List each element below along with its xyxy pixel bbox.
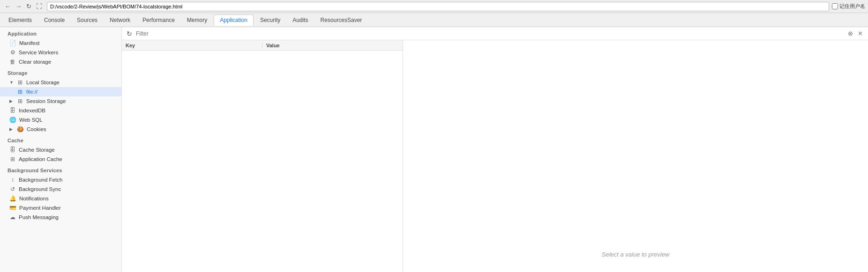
filter-input[interactable]: [136, 29, 844, 38]
refresh-button[interactable]: ↻: [126, 29, 133, 38]
home-button[interactable]: ⛶: [34, 2, 44, 11]
tab-elements[interactable]: Elements: [3, 15, 37, 25]
local-storage-icon: ⊞: [17, 79, 23, 86]
manifest-icon: 📄: [9, 40, 16, 46]
service-workers-icon: ⚙: [9, 49, 16, 56]
sidebar-item-cookies[interactable]: ▶ 🍪 Cookies: [0, 125, 121, 134]
table-header: Key Value: [122, 40, 403, 51]
tab-bar: Elements Console Sources Network Perform…: [0, 13, 868, 27]
clear-filter-button[interactable]: ⊗: [846, 29, 854, 37]
sidebar-item-web-sql[interactable]: 🌐 Web SQL: [0, 115, 121, 125]
tab-performance[interactable]: Performance: [137, 15, 180, 25]
tab-audits[interactable]: Audits: [287, 15, 314, 25]
sidebar-item-file[interactable]: ⊞ file://: [0, 87, 121, 96]
push-messaging-icon: ☁: [9, 214, 16, 221]
cookies-arrow: ▶: [9, 127, 14, 132]
left-table: Key Value: [122, 40, 403, 272]
value-column-header: Value: [262, 43, 403, 48]
nav-buttons: ← → ↻ ⛶: [3, 2, 44, 11]
filter-bar: ↻ ⊗ ✕: [122, 27, 868, 40]
tab-network[interactable]: Network: [104, 15, 136, 25]
bg-sync-icon: ↺: [9, 186, 16, 192]
table-body[interactable]: [122, 51, 403, 272]
sidebar-item-session-storage[interactable]: ▶ ⊞ Session Storage: [0, 96, 121, 106]
sidebar-item-application-cache[interactable]: ⊞ Application Cache: [0, 154, 121, 164]
local-storage-arrow: ▼: [9, 80, 14, 85]
close-panel-button[interactable]: ✕: [856, 29, 864, 37]
session-storage-arrow: ▶: [9, 99, 14, 103]
session-storage-icon: ⊞: [17, 98, 23, 104]
remember-checkbox[interactable]: [832, 3, 838, 9]
tab-memory[interactable]: Memory: [181, 15, 213, 25]
notifications-icon: 🔔: [9, 195, 16, 202]
file-icon: ⊞: [17, 88, 23, 95]
tab-resourcessaver[interactable]: ResourcesSaver: [315, 15, 368, 25]
sidebar-item-indexeddb[interactable]: 🗄 IndexedDB: [0, 106, 121, 115]
payment-handler-icon: 💳: [9, 205, 16, 211]
devtools-body: Application 📄 Manifest ⚙ Service Workers…: [0, 27, 868, 272]
sidebar-item-background-fetch[interactable]: ↕ Background Fetch: [0, 175, 121, 184]
back-button[interactable]: ←: [3, 2, 13, 11]
sidebar-item-manifest[interactable]: 📄 Manifest: [0, 38, 121, 48]
web-sql-icon: 🌐: [9, 117, 16, 123]
sidebar: Application 📄 Manifest ⚙ Service Workers…: [0, 27, 122, 272]
filter-actions: ⊗ ✕: [846, 29, 864, 37]
tab-application[interactable]: Application: [214, 15, 254, 26]
address-bar[interactable]: [47, 2, 829, 11]
preview-hint: Select a value to preview: [602, 251, 670, 258]
main-content: ↻ ⊗ ✕ Key Value Select a value to previe…: [122, 27, 868, 272]
sidebar-item-payment-handler[interactable]: 💳 Payment Handler: [0, 203, 121, 213]
cookies-icon: 🍪: [17, 126, 24, 132]
bg-fetch-icon: ↕: [9, 176, 16, 183]
sidebar-item-notifications[interactable]: 🔔 Notifications: [0, 194, 121, 203]
sidebar-section-storage: Storage: [0, 66, 121, 78]
key-column-header: Key: [122, 43, 262, 48]
sidebar-section-bg: Background Services: [0, 164, 121, 175]
sidebar-item-cache-storage[interactable]: 🗄 Cache Storage: [0, 145, 121, 154]
sidebar-item-local-storage[interactable]: ▼ ⊞ Local Storage: [0, 78, 121, 87]
remember-user-label: 记住用户名: [832, 3, 865, 10]
top-bar: ← → ↻ ⛶ 记住用户名: [0, 0, 868, 13]
clear-storage-icon: 🗑: [9, 59, 16, 65]
tab-security[interactable]: Security: [254, 15, 286, 25]
tab-console[interactable]: Console: [38, 15, 70, 25]
sidebar-item-service-workers[interactable]: ⚙ Service Workers: [0, 48, 121, 57]
tab-sources[interactable]: Sources: [71, 15, 103, 25]
sidebar-item-clear-storage[interactable]: 🗑 Clear storage: [0, 57, 121, 66]
application-cache-icon: ⊞: [9, 156, 16, 162]
right-panel: Select a value to preview: [403, 40, 868, 272]
sidebar-section-cache: Cache: [0, 134, 121, 145]
indexeddb-icon: 🗄: [9, 107, 16, 114]
sidebar-section-application: Application: [0, 27, 121, 38]
sidebar-item-push-messaging[interactable]: ☁ Push Messaging: [0, 213, 121, 222]
sidebar-item-background-sync[interactable]: ↺ Background Sync: [0, 184, 121, 194]
cache-storage-icon: 🗄: [9, 147, 16, 153]
forward-button[interactable]: →: [14, 2, 23, 11]
reload-button[interactable]: ↻: [24, 2, 33, 11]
table-area: Key Value Select a value to preview: [122, 40, 868, 272]
